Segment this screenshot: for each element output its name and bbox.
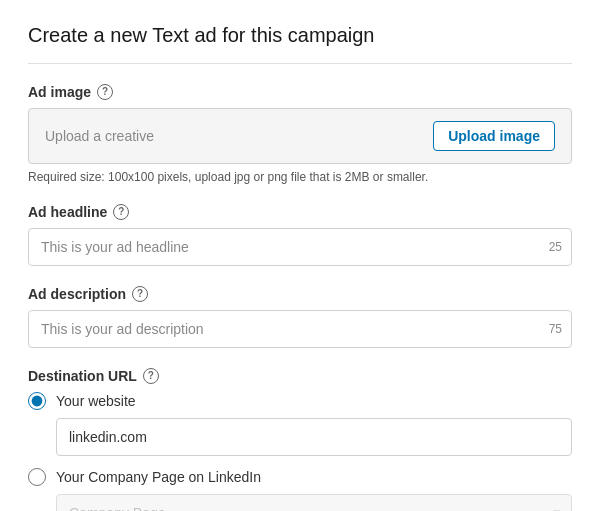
page-title: Create a new Text ad for this campaign: [28, 24, 572, 64]
ad-headline-help-icon[interactable]: ?: [113, 204, 129, 220]
ad-headline-section: Ad headline ? 25: [28, 204, 572, 266]
ad-headline-label: Ad headline ?: [28, 204, 572, 220]
ad-image-help-icon[interactable]: ?: [97, 84, 113, 100]
ad-description-char-count: 75: [549, 322, 562, 336]
destination-url-label: Destination URL ?: [28, 368, 572, 384]
upload-hint: Required size: 100x100 pixels, upload jp…: [28, 170, 572, 184]
company-page-select-wrapper: Company Page ▾: [56, 494, 572, 511]
radio-your-website[interactable]: [28, 392, 46, 410]
ad-description-input[interactable]: [28, 310, 572, 348]
ad-image-section: Ad image ? Upload a creative Upload imag…: [28, 84, 572, 184]
ad-image-label: Ad image ?: [28, 84, 572, 100]
radio-option-company-page[interactable]: Your Company Page on LinkedIn: [28, 468, 572, 486]
radio-your-website-label: Your website: [56, 393, 136, 409]
upload-image-button[interactable]: Upload image: [433, 121, 555, 151]
destination-url-help-icon[interactable]: ?: [143, 368, 159, 384]
ad-description-input-wrapper: 75: [28, 310, 572, 348]
radio-company-page-label: Your Company Page on LinkedIn: [56, 469, 261, 485]
ad-description-help-icon[interactable]: ?: [132, 286, 148, 302]
ad-description-section: Ad description ? 75: [28, 286, 572, 348]
radio-company-page[interactable]: [28, 468, 46, 486]
destination-url-section: Destination URL ? Your website Your Comp…: [28, 368, 572, 511]
upload-placeholder: Upload a creative: [45, 128, 154, 144]
upload-box: Upload a creative Upload image: [28, 108, 572, 164]
ad-headline-input[interactable]: [28, 228, 572, 266]
company-page-select[interactable]: Company Page: [56, 494, 572, 511]
page-container: Create a new Text ad for this campaign A…: [0, 0, 600, 511]
url-input[interactable]: [56, 418, 572, 456]
ad-description-label: Ad description ?: [28, 286, 572, 302]
ad-headline-char-count: 25: [549, 240, 562, 254]
ad-headline-input-wrapper: 25: [28, 228, 572, 266]
radio-option-your-website[interactable]: Your website: [28, 392, 572, 410]
